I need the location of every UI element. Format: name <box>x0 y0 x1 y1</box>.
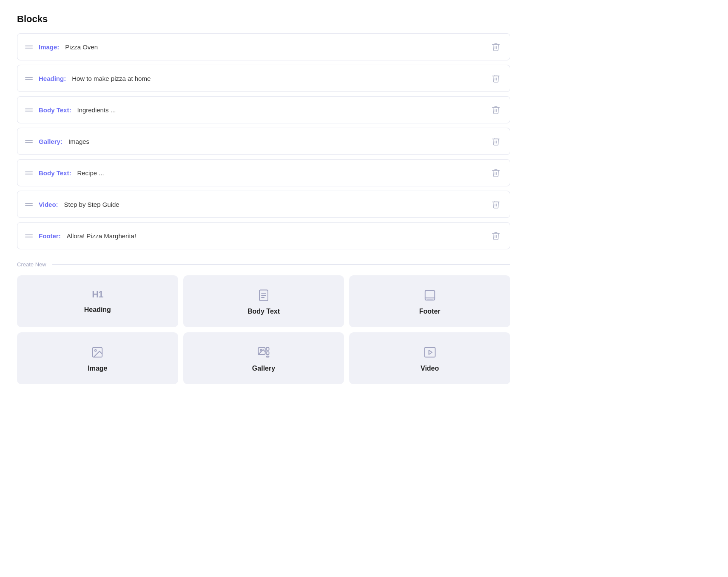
image-icon <box>91 346 104 359</box>
footer-icon <box>424 289 436 302</box>
block-content-label: Pizza Oven <box>65 43 98 51</box>
block-item-left: Footer: Allora! Pizza Margherita! <box>25 232 136 240</box>
create-gallery-card[interactable]: Gallery <box>183 332 344 384</box>
block-card-label: Video <box>421 365 439 372</box>
block-content-label: Recipe ... <box>77 169 104 177</box>
drag-handle[interactable] <box>25 203 33 206</box>
h1-icon: H1 <box>92 289 103 300</box>
block-card-label: Heading <box>84 306 111 314</box>
svg-point-8 <box>95 350 97 351</box>
create-image-card[interactable]: Image <box>17 332 178 384</box>
svg-rect-11 <box>266 348 269 350</box>
create-new-section: Create New H1 Heading Body Text Foot <box>17 261 510 384</box>
document-icon <box>257 289 270 302</box>
block-item-left: Body Text: Recipe ... <box>25 169 104 177</box>
block-content-label: How to make pizza at home <box>72 75 151 82</box>
delete-block-button[interactable] <box>489 135 502 148</box>
delete-block-button[interactable] <box>489 198 502 211</box>
block-type-label: Image: <box>39 43 59 51</box>
page-title: Blocks <box>17 14 510 25</box>
create-new-divider <box>52 264 510 265</box>
block-item-left: Heading: How to make pizza at home <box>25 75 151 82</box>
drag-handle[interactable] <box>25 171 33 174</box>
delete-block-button[interactable] <box>489 229 502 242</box>
block-item-left: Image: Pizza Oven <box>25 43 98 51</box>
block-item: Heading: How to make pizza at home <box>17 65 510 92</box>
block-card-label: Image <box>88 365 107 372</box>
blocks-list: Image: Pizza Oven Heading: How to make p… <box>17 33 510 249</box>
blocks-grid: H1 Heading Body Text Footer <box>17 275 510 384</box>
block-item: Body Text: Recipe ... <box>17 159 510 186</box>
block-content-label: Ingredients ... <box>77 106 116 114</box>
gallery-icon-container <box>257 346 270 359</box>
image-icon-container <box>91 346 104 359</box>
block-card-label: Body Text <box>247 308 280 315</box>
block-card-label: Gallery <box>252 365 275 372</box>
gallery-icon <box>257 346 270 359</box>
block-item: Gallery: Images <box>17 128 510 155</box>
video-icon <box>424 346 436 359</box>
block-content-label: Allora! Pizza Margherita! <box>67 232 136 240</box>
drag-handle[interactable] <box>25 109 33 111</box>
block-type-label: Heading: <box>39 75 66 82</box>
create-heading-card[interactable]: H1 Heading <box>17 275 178 327</box>
block-content-label: Step by Step Guide <box>64 201 119 208</box>
delete-block-button[interactable] <box>489 166 502 179</box>
create-new-header: Create New <box>17 261 510 268</box>
create-footer-card[interactable]: Footer <box>349 275 510 327</box>
block-type-label: Body Text: <box>39 169 71 177</box>
svg-rect-14 <box>424 348 435 357</box>
block-item: Image: Pizza Oven <box>17 33 510 60</box>
svg-rect-12 <box>266 352 269 354</box>
video-icon-container <box>424 346 436 359</box>
h1-icon-container: H1 <box>92 289 103 300</box>
block-item: Video: Step by Step Guide <box>17 191 510 218</box>
svg-rect-13 <box>266 356 269 357</box>
create-video-card[interactable]: Video <box>349 332 510 384</box>
block-item-left: Body Text: Ingredients ... <box>25 106 116 114</box>
block-content-label: Images <box>68 138 89 145</box>
footer-icon-container <box>424 289 436 302</box>
document-icon-container <box>257 289 270 302</box>
create-body-text-card[interactable]: Body Text <box>183 275 344 327</box>
block-item-left: Video: Step by Step Guide <box>25 201 119 208</box>
drag-handle[interactable] <box>25 140 33 143</box>
block-item: Body Text: Ingredients ... <box>17 96 510 123</box>
delete-block-button[interactable] <box>489 72 502 85</box>
block-type-label: Video: <box>39 201 58 208</box>
drag-handle[interactable] <box>25 234 33 237</box>
delete-block-button[interactable] <box>489 103 502 116</box>
drag-handle[interactable] <box>25 77 33 80</box>
svg-rect-4 <box>425 291 435 300</box>
block-item: Footer: Allora! Pizza Margherita! <box>17 222 510 249</box>
delete-block-button[interactable] <box>489 40 502 53</box>
block-type-label: Body Text: <box>39 106 71 114</box>
block-type-label: Footer: <box>39 232 61 240</box>
svg-marker-15 <box>429 350 432 354</box>
block-type-label: Gallery: <box>39 138 63 145</box>
create-new-label: Create New <box>17 261 46 268</box>
drag-handle[interactable] <box>25 46 33 49</box>
block-item-left: Gallery: Images <box>25 138 89 145</box>
block-card-label: Footer <box>419 308 441 315</box>
